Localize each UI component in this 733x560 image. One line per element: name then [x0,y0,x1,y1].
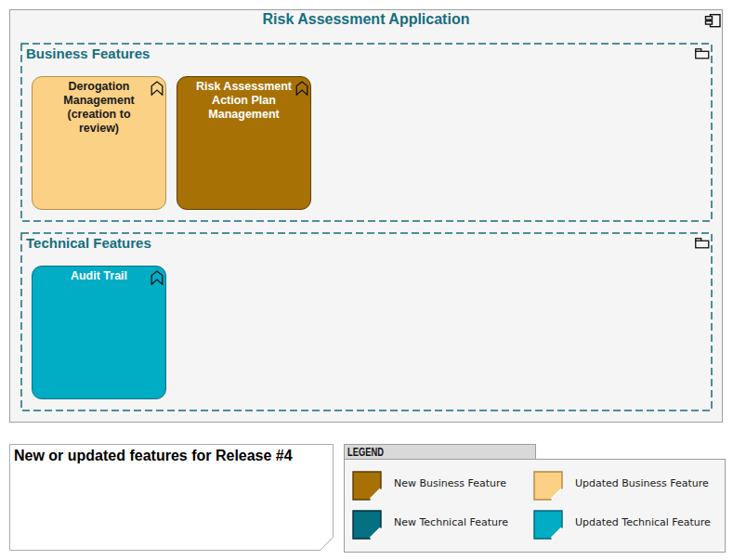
bookmark-icon [295,81,308,96]
legend-label-new-business: New Business Feature [394,477,506,489]
legend-label-updated-business: Updated Business Feature [575,477,709,489]
bookmark-icon [151,270,164,285]
folder-icon [695,238,710,249]
legend-title: LEGEND [345,446,384,459]
legend-swatch-new-business [352,471,382,501]
component-icon [700,11,723,29]
legend-label-new-technical: New Technical Feature [394,516,508,528]
application-title: Risk Assessment Application [9,11,723,28]
bookmark-icon [151,81,164,96]
legend-swatch-new-technical [352,510,382,540]
legend-header[interactable]: LEGEND [344,444,536,460]
feature-action-plan-label: Risk Assessment Action Plan Management [177,80,310,122]
group-technical-title: Technical Features [26,235,151,251]
feature-audit-trail-label: Audit Trail [33,269,165,283]
folder-icon [695,48,710,59]
diagram-canvas: Risk Assessment Application Business Fea… [0,0,733,560]
feature-action-plan-management[interactable]: Risk Assessment Action Plan Management [177,76,311,210]
note-text: New or updated features for Release #4 [14,448,293,464]
feature-audit-trail[interactable]: Audit Trail [32,266,166,399]
legend-swatch-updated-business [533,471,563,501]
feature-derogation-label: Derogation Management (creation to revie… [33,80,165,136]
legend-label-updated-technical: Updated Technical Feature [575,516,711,528]
legend-swatch-updated-technical [533,510,563,540]
feature-derogation-management[interactable]: Derogation Management (creation to revie… [32,76,166,210]
group-business-title: Business Features [26,46,150,61]
note-release[interactable]: New or updated features for Release #4 [9,444,334,554]
